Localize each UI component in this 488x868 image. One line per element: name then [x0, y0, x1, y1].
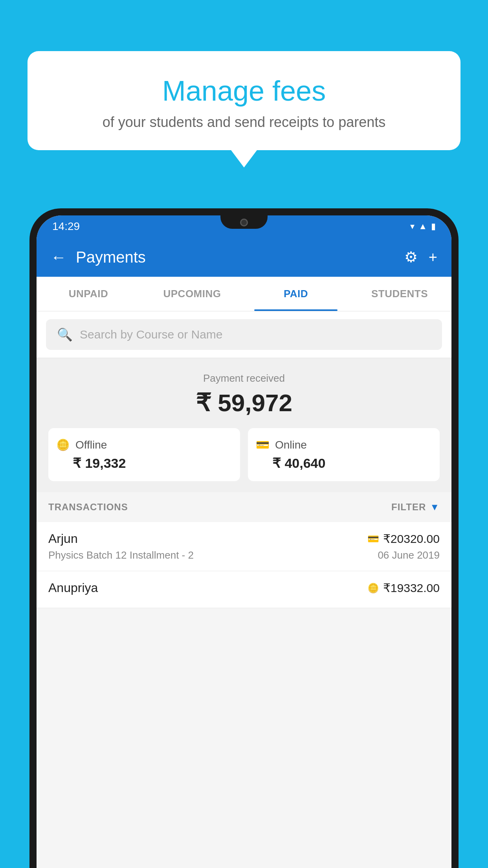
tab-unpaid[interactable]: UNPAID	[37, 277, 140, 311]
transaction-amount-wrap: 🪙 ₹19332.00	[367, 581, 440, 595]
search-container: 🔍 Search by Course or Name	[37, 311, 451, 358]
transactions-header: TRANSACTIONS FILTER ▼	[37, 492, 451, 522]
notch	[220, 215, 268, 229]
transaction-amount: ₹20320.00	[383, 532, 440, 546]
status-time: 14:29	[52, 220, 80, 233]
payment-summary: Payment received ₹ 59,972 🪙 Offline ₹ 19…	[37, 358, 451, 492]
filter-button[interactable]: FILTER ▼	[391, 502, 440, 513]
payment-amount: ₹ 59,972	[48, 388, 440, 417]
offline-amount: ₹ 19,332	[56, 455, 232, 471]
transaction-top: Arjun 💳 ₹20320.00	[48, 531, 440, 546]
phone-screen: 14:29 ▾ ▲ ▮ ← Payments ⚙ + UNPAID UPCOMI…	[37, 215, 451, 868]
tab-paid[interactable]: PAID	[244, 277, 348, 311]
offline-card-header: 🪙 Offline	[56, 438, 232, 451]
app-bar-actions: ⚙ +	[404, 248, 437, 266]
payment-received-label: Payment received	[48, 372, 440, 384]
bubble-subtitle: of your students and send receipts to pa…	[51, 114, 437, 131]
payment-cards: 🪙 Offline ₹ 19,332 💳 Online ₹ 40,640	[48, 428, 440, 481]
tab-students[interactable]: STUDENTS	[348, 277, 451, 311]
online-label: Online	[275, 439, 307, 451]
online-icon: 💳	[256, 438, 270, 451]
signal-icon: ▲	[418, 221, 427, 232]
status-icons: ▾ ▲ ▮	[410, 221, 436, 232]
tab-upcoming[interactable]: UPCOMING	[140, 277, 244, 311]
table-row[interactable]: Arjun 💳 ₹20320.00 Physics Batch 12 Insta…	[37, 522, 451, 571]
online-amount: ₹ 40,640	[256, 455, 432, 471]
offline-card: 🪙 Offline ₹ 19,332	[48, 428, 240, 481]
transaction-name: Arjun	[48, 531, 78, 546]
settings-icon[interactable]: ⚙	[404, 248, 418, 266]
offline-icon: 🪙	[56, 438, 70, 451]
card-payment-icon: 💳	[367, 533, 379, 544]
camera	[240, 219, 248, 226]
wifi-icon: ▾	[410, 221, 415, 232]
transaction-name: Anupriya	[48, 581, 98, 595]
phone-frame: 14:29 ▾ ▲ ▮ ← Payments ⚙ + UNPAID UPCOMI…	[29, 208, 459, 868]
online-card-header: 💳 Online	[256, 438, 432, 451]
transactions-label: TRANSACTIONS	[48, 502, 128, 513]
bubble-title: Manage fees	[51, 75, 437, 107]
speech-bubble: Manage fees of your students and send re…	[28, 51, 460, 150]
search-placeholder: Search by Course or Name	[80, 328, 223, 341]
online-card: 💳 Online ₹ 40,640	[248, 428, 440, 481]
transaction-bottom: Physics Batch 12 Installment - 2 06 June…	[48, 549, 440, 561]
transaction-date: 06 June 2019	[378, 549, 440, 561]
back-button[interactable]: ←	[51, 248, 66, 266]
search-icon: 🔍	[57, 327, 73, 342]
app-bar: ← Payments ⚙ +	[37, 237, 451, 277]
search-bar[interactable]: 🔍 Search by Course or Name	[46, 319, 442, 350]
transaction-top: Anupriya 🪙 ₹19332.00	[48, 581, 440, 595]
tabs-bar: UNPAID UPCOMING PAID STUDENTS	[37, 277, 451, 311]
add-icon[interactable]: +	[429, 249, 437, 266]
filter-icon: ▼	[430, 502, 440, 513]
transaction-amount: ₹19332.00	[383, 581, 440, 595]
cash-payment-icon: 🪙	[367, 583, 379, 594]
battery-icon: ▮	[431, 221, 436, 232]
offline-label: Offline	[75, 439, 107, 451]
speech-bubble-container: Manage fees of your students and send re…	[28, 51, 460, 150]
transaction-course: Physics Batch 12 Installment - 2	[48, 549, 194, 561]
transaction-amount-wrap: 💳 ₹20320.00	[367, 532, 440, 546]
app-title: Payments	[76, 248, 395, 266]
filter-label: FILTER	[391, 502, 426, 513]
table-row[interactable]: Anupriya 🪙 ₹19332.00	[37, 571, 451, 608]
